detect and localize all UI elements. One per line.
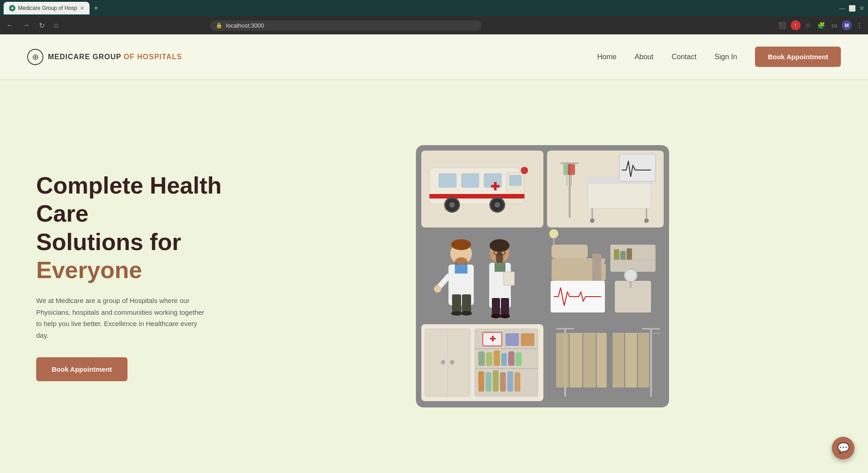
svg-rect-51 [501, 298, 509, 315]
svg-rect-5 [461, 173, 479, 188]
svg-rect-90 [493, 370, 499, 392]
svg-text:✚: ✚ [490, 335, 496, 343]
logo-text-part2: OF HOSPITALS [124, 53, 182, 61]
refresh-button[interactable]: ↻ [36, 20, 47, 31]
menu-icon[interactable]: ⋮ [854, 20, 864, 31]
sidebar-toggle-icon[interactable]: ▭ [830, 20, 839, 31]
svg-rect-91 [500, 372, 506, 392]
svg-rect-64 [627, 248, 632, 260]
svg-point-26 [590, 218, 594, 223]
svg-rect-34 [455, 265, 467, 274]
new-tab-button[interactable]: + [91, 4, 101, 12]
nav-about[interactable]: About [635, 53, 654, 61]
svg-rect-93 [514, 372, 520, 392]
svg-point-53 [500, 314, 510, 318]
svg-rect-83 [486, 352, 492, 366]
hero-title-part2: Solutions for [36, 229, 181, 255]
browser-chrome: ✚ Medicare Group of Hosp ✕ + — ⬜ ✕ [0, 0, 868, 16]
svg-point-40 [434, 285, 441, 293]
svg-point-10 [521, 167, 528, 174]
svg-rect-82 [478, 351, 485, 366]
svg-point-52 [491, 314, 501, 318]
hero-section: Complete Health Care Solutions for Every… [0, 80, 868, 473]
svg-rect-62 [614, 249, 619, 260]
hero-title-part3: Everyone [36, 257, 142, 283]
nav-signin[interactable]: Sign In [715, 53, 737, 61]
svg-rect-7 [509, 175, 522, 186]
medical-illustration-svg: ✚ [416, 145, 669, 407]
svg-point-60 [549, 229, 558, 238]
minimize-button[interactable]: — [839, 5, 845, 12]
nav-contact[interactable]: Contact [671, 53, 696, 61]
svg-rect-56 [552, 245, 588, 258]
svg-point-37 [451, 311, 462, 316]
svg-point-74 [450, 360, 454, 364]
tab-title: Medicare Group of Hosp [18, 5, 77, 11]
svg-point-32 [451, 239, 471, 250]
svg-rect-107 [638, 333, 649, 388]
close-button[interactable]: ✕ [859, 5, 864, 12]
svg-rect-80 [505, 333, 519, 346]
svg-rect-48 [495, 263, 505, 272]
svg-point-27 [644, 218, 649, 223]
svg-rect-89 [486, 372, 491, 392]
svg-rect-85 [501, 353, 507, 366]
svg-rect-66 [615, 281, 651, 312]
chat-icon: 💬 [837, 442, 849, 454]
svg-rect-84 [494, 350, 500, 366]
svg-rect-86 [508, 351, 514, 366]
browser-tabs: ✚ Medicare Group of Hosp ✕ + [4, 2, 101, 14]
address-bar[interactable]: 🔒 localhost:3000 [210, 20, 481, 31]
notification-icon[interactable]: ! [791, 20, 801, 30]
svg-rect-98 [556, 333, 569, 388]
hero-text-content: Complete Health Care Solutions for Every… [36, 171, 226, 382]
svg-rect-49 [504, 272, 514, 285]
nav-links: Home About Contact Sign In Book Appointm… [597, 47, 841, 67]
svg-rect-35 [452, 294, 461, 312]
extensions-puzzle-icon[interactable]: 🧩 [816, 20, 827, 31]
toolbar-icons: ⬛ ! ☆ 🧩 ▭ M ⋮ [777, 20, 864, 31]
hero-subtitle: We at Medicare are a group of Hospitals … [36, 295, 208, 341]
favorites-icon[interactable]: ☆ [803, 20, 813, 31]
nav-home[interactable]: Home [597, 53, 617, 61]
logo-icon: ⊕ [27, 49, 43, 65]
active-tab[interactable]: ✚ Medicare Group of Hosp ✕ [4, 2, 90, 14]
svg-rect-105 [613, 333, 624, 388]
hero-title-part1: Complete Health Care [36, 172, 222, 227]
website-content: ⊕ MEDICARE GROUP OF HOSPITALS Home About… [0, 34, 868, 473]
home-button[interactable]: ⌂ [51, 20, 61, 30]
hero-title: Complete Health Care Solutions for Every… [36, 171, 226, 284]
profile-avatar[interactable]: M [842, 20, 852, 30]
svg-point-73 [441, 360, 445, 364]
hero-illustration: ✚ [253, 145, 832, 407]
logo-text-part1: MEDICARE GROUP [48, 53, 124, 61]
svg-rect-101 [597, 333, 607, 388]
svg-rect-100 [583, 333, 596, 388]
nav-book-appointment-button[interactable]: Book Appointment [755, 47, 841, 67]
forward-button[interactable]: → [20, 20, 33, 30]
hero-book-appointment-button[interactable]: Book Appointment [36, 357, 127, 381]
tab-favicon: ✚ [9, 5, 15, 11]
svg-point-42 [490, 239, 509, 252]
svg-rect-4 [439, 173, 457, 188]
svg-rect-29 [421, 233, 543, 319]
chat-bubble-button[interactable]: 💬 [832, 437, 854, 459]
svg-rect-99 [570, 333, 582, 388]
site-navbar: ⊕ MEDICARE GROUP OF HOSPITALS Home About… [0, 34, 868, 80]
maximize-button[interactable]: ⬜ [849, 5, 856, 12]
tab-close-icon[interactable]: ✕ [80, 5, 84, 11]
svg-point-12 [449, 202, 455, 208]
back-button[interactable]: ← [4, 20, 16, 30]
logo-section: ⊕ MEDICARE GROUP OF HOSPITALS [27, 49, 182, 65]
svg-rect-22 [588, 181, 651, 208]
extensions-icon[interactable]: ⬛ [777, 20, 788, 31]
browser-toolbar: ← → ↻ ⌂ 🔒 localhost:3000 ⬛ ! ☆ 🧩 ▭ M ⋮ [0, 16, 868, 34]
logo-text: MEDICARE GROUP OF HOSPITALS [48, 53, 182, 61]
window-controls: — ⬜ ✕ [839, 5, 864, 12]
lock-icon: 🔒 [216, 22, 222, 28]
svg-rect-87 [515, 352, 522, 366]
svg-rect-8 [429, 194, 524, 199]
svg-rect-28 [619, 154, 656, 181]
url-display: localhost:3000 [226, 22, 264, 29]
svg-rect-88 [478, 371, 484, 392]
